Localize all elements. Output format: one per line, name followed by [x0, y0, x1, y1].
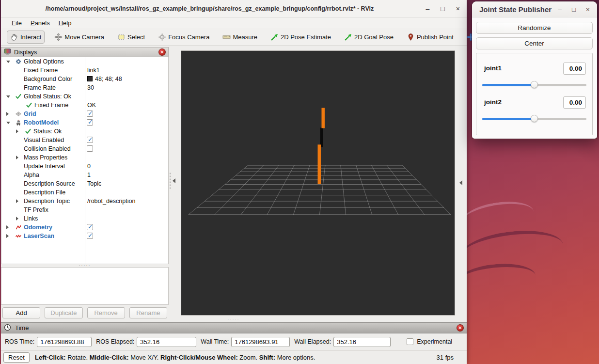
expander-right-icon[interactable] [6, 234, 9, 238]
property-value[interactable]: 30 [87, 84, 94, 91]
slider-track-filled[interactable] [482, 84, 533, 86]
time-field-input[interactable]: 352.16 [137, 337, 196, 347]
jsp-titlebar[interactable]: Joint State Publisher – □ × [472, 1, 597, 17]
time-panel-header[interactable]: Time ✕ [1, 322, 467, 333]
displays-row-alpha[interactable]: Alpha1 [1, 171, 168, 179]
rviz-titlebar[interactable]: /home/arnoud/project_ws/install/ros_gz_e… [1, 0, 467, 17]
checkbox-checked[interactable]: ✓ [87, 224, 93, 230]
slider-track-empty[interactable] [536, 118, 587, 120]
property-value[interactable]: OK [87, 102, 96, 109]
value-text: link1 [87, 67, 100, 74]
maximize-button[interactable]: □ [441, 5, 444, 13]
displays-row-global-options[interactable]: Global Options [1, 57, 168, 66]
expander-right-icon[interactable] [6, 225, 9, 229]
viewport-bottom-grip[interactable] [209, 317, 258, 321]
slider-track-filled[interactable] [482, 118, 533, 120]
displays-row-update-interval[interactable]: Update Interval0 [1, 162, 168, 171]
left-splitter-collapse-icon[interactable] [173, 178, 175, 183]
tool-measure[interactable]: Measure [219, 31, 261, 44]
time-field-input[interactable]: 1761298693.88 [37, 337, 92, 347]
joint-value-joint2[interactable]: 0.00 [563, 96, 586, 109]
left-splitter[interactable] [169, 172, 171, 190]
add-button[interactable]: Add [2, 307, 40, 318]
displays-row-description-topic[interactable]: Description Topic/robot_description [1, 197, 168, 206]
expander-right-icon[interactable] [6, 112, 9, 116]
displays-row-collision-enabled[interactable]: Collision Enabled [1, 144, 168, 153]
property-label: Fixed Frame [34, 102, 68, 109]
property-value[interactable]: Topic [87, 180, 101, 187]
expander-down-icon[interactable] [6, 61, 10, 63]
displays-close-icon[interactable]: ✕ [158, 48, 166, 56]
displays-row-visual-enabled[interactable]: Visual Enabled✓ [1, 136, 168, 144]
hand-icon [10, 33, 18, 41]
displays-row-fixed-frame[interactable]: Fixed Framelink1 [1, 66, 168, 75]
jsp-minimize-button[interactable]: – [558, 6, 562, 13]
slider-handle[interactable] [531, 81, 538, 88]
expander-down-icon[interactable] [6, 122, 10, 124]
checkbox-checked[interactable]: ✓ [87, 119, 93, 126]
tool-2d-goal-pose[interactable]: 2D Goal Pose [341, 31, 397, 44]
displays-row-description-file[interactable]: Description File [1, 188, 168, 197]
close-button[interactable]: × [456, 5, 460, 13]
joint-slider-joint2[interactable] [482, 115, 586, 123]
tool-interact[interactable]: Interact [7, 31, 45, 44]
menu-file[interactable]: File [7, 19, 26, 27]
expander-right-icon[interactable] [16, 129, 18, 133]
displays-row-frame-rate[interactable]: Frame Rate30 [1, 83, 168, 92]
displays-row-odometry[interactable]: Odometry✓ [1, 223, 168, 232]
property-value[interactable]: 48; 48; 48 [87, 76, 122, 82]
checkbox-checked[interactable]: ✓ [87, 137, 93, 143]
jsp-maximize-button[interactable]: □ [572, 6, 576, 13]
expander-right-icon[interactable] [16, 217, 18, 221]
center-button[interactable]: Center [476, 37, 593, 49]
expander-right-icon[interactable] [16, 156, 18, 159]
tool-move-camera[interactable]: Move Camera [51, 31, 108, 44]
menu-help[interactable]: Help [54, 19, 76, 27]
joint-slider-joint1[interactable] [482, 81, 586, 89]
displays-row-status-ok[interactable]: Status: Ok [1, 127, 168, 136]
randomize-button[interactable]: Randomize [476, 22, 593, 34]
displays-row-links[interactable]: Links [1, 214, 168, 223]
render-viewport-3d[interactable] [181, 50, 455, 316]
checkbox-checked[interactable]: ✓ [87, 111, 93, 117]
displays-row-global-status-ok[interactable]: Global Status: Ok [1, 92, 168, 101]
reset-button[interactable]: Reset [3, 352, 30, 363]
time-close-icon[interactable]: ✕ [457, 324, 464, 332]
property-value[interactable]: /robot_description [87, 198, 135, 205]
checkbox-checked[interactable]: ✓ [87, 233, 93, 239]
jsp-close-button[interactable]: × [586, 6, 590, 13]
displays-row-laserscan[interactable]: LaserScan✓ [1, 232, 168, 240]
displays-row-mass-properties[interactable]: Mass Properties [1, 153, 168, 162]
right-splitter-collapse-icon[interactable] [459, 180, 462, 185]
robot-middle-link[interactable] [320, 127, 323, 147]
checkbox-unchecked[interactable] [87, 145, 93, 152]
displays-row-description-source[interactable]: Description SourceTopic [1, 179, 168, 188]
displays-row-robotmodel[interactable]: RobotModel✓ [1, 118, 168, 127]
displays-row-fixed-frame[interactable]: Fixed FrameOK [1, 101, 168, 110]
property-value[interactable]: link1 [87, 67, 100, 74]
joint-value-joint1[interactable]: 0.00 [563, 63, 586, 75]
displays-row-grid[interactable]: Grid✓ [1, 110, 168, 118]
displays-panel-header[interactable]: Displays ✕ [1, 47, 169, 57]
displays-row-background-color[interactable]: Background Color48; 48; 48 [1, 75, 168, 83]
robot-upper-link[interactable] [321, 108, 324, 128]
expander-right-icon[interactable] [16, 199, 18, 203]
displays-row-tf-prefix[interactable]: TF Prefix [1, 206, 168, 214]
status-segment: Rotate. [66, 354, 90, 361]
property-value[interactable]: 0 [87, 163, 91, 170]
expander-down-icon[interactable] [6, 95, 10, 98]
tool-focus-camera[interactable]: Focus Camera [155, 31, 213, 44]
experimental-checkbox[interactable] [407, 338, 413, 345]
slider-track-empty[interactable] [536, 84, 587, 86]
tool-2d-pose-estimate[interactable]: 2D Pose Estimate [267, 31, 334, 44]
property-value[interactable]: 1 [87, 172, 91, 178]
minimize-button[interactable]: – [426, 5, 430, 13]
menu-panels[interactable]: Panels [26, 19, 54, 27]
time-field-input[interactable]: 1761298693.91 [231, 337, 290, 347]
time-field-input[interactable]: 352.16 [333, 337, 391, 347]
tool-select[interactable]: Select [114, 31, 148, 44]
tree-resize-grip[interactable] [1, 264, 169, 267]
slider-handle[interactable] [531, 115, 538, 122]
robot-lower-link[interactable] [318, 144, 321, 184]
tool-publish-point[interactable]: Publish Point [403, 31, 457, 44]
